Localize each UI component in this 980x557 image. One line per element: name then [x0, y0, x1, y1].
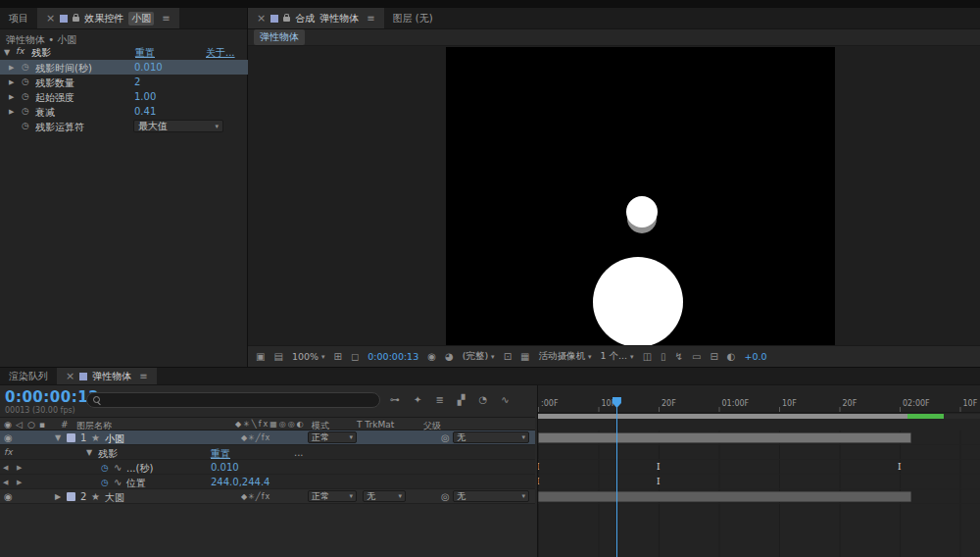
track-row-0[interactable]: [538, 430, 980, 445]
column-switches-icons[interactable]: ◆✳╲fx▦◎◎◐: [235, 420, 306, 429]
video-column-icon[interactable]: ◉: [4, 420, 12, 430]
keyframe-marker[interactable]: I: [537, 462, 540, 472]
property-value[interactable]: 0.010: [134, 62, 163, 73]
exposure-value[interactable]: +0.0: [745, 351, 767, 362]
parent-pickwhip-icon[interactable]: ◎: [441, 491, 450, 502]
work-area-bar[interactable]: [538, 414, 907, 419]
exposure-gear-icon[interactable]: ◐: [727, 351, 736, 362]
parent-select[interactable]: 无 ▾: [453, 490, 529, 502]
label-color-chip[interactable]: [67, 433, 75, 442]
comp-mini-flowchart-icon[interactable]: ⊶: [390, 394, 400, 405]
preview-timecode[interactable]: 0:00:00:13: [368, 351, 418, 362]
track-row-1[interactable]: [538, 445, 980, 460]
layer-row-2[interactable]: ◉ ▶ 2 ★ 大圆 ◆✳╱fx 正常 ▾ 无 ▾ ◎ 无 ▾: [0, 489, 535, 504]
magnification-select[interactable]: 100% ▾: [292, 351, 325, 362]
motion-blur-icon[interactable]: ◔: [478, 394, 487, 405]
panel-menu-icon[interactable]: ≡: [162, 13, 170, 24]
reset-button[interactable]: 重置: [211, 447, 230, 461]
camera-view-select[interactable]: 活动摄像机 ▾: [538, 350, 591, 363]
stopwatch-icon[interactable]: ◷: [22, 121, 29, 130]
keyframe-marker[interactable]: I: [657, 477, 661, 486]
layer-row-1[interactable]: ◉ ▼ 1 ★ 小圆 ◆✳╱fx 正常 ▾ ◎ 无 ▾: [0, 430, 535, 445]
layer-switches[interactable]: ◆✳╱fx: [241, 433, 270, 442]
blend-mode-select[interactable]: 正常 ▾: [308, 490, 357, 502]
about-button[interactable]: 关于...: [206, 46, 235, 60]
expand-icon[interactable]: ▶: [9, 93, 14, 101]
transparency-grid-icon[interactable]: ▦: [520, 351, 529, 362]
next-keyframe-icon[interactable]: ▶: [17, 479, 22, 486]
property-value[interactable]: 2: [134, 76, 140, 87]
comp-navigator-chip[interactable]: 弹性物体: [254, 29, 305, 45]
effect-property-row[interactable]: ▶ ◷ 起始强度 1.00: [0, 89, 248, 104]
lock-column-icon[interactable]: ▪: [39, 420, 45, 430]
composition-viewer[interactable]: [248, 46, 980, 345]
tab-effect-controls[interactable]: × 效果控件 小圆 ≡: [37, 8, 179, 28]
effect-property-row[interactable]: ▶ ◷ 残影数量 2: [0, 75, 248, 89]
timeline-button-icon[interactable]: ▭: [692, 351, 701, 362]
layer-name[interactable]: 小圆: [105, 432, 124, 446]
next-keyframe-icon[interactable]: ▶: [17, 464, 22, 472]
property-value[interactable]: 244.0,244.4: [211, 477, 270, 487]
fx-icon[interactable]: fx: [16, 46, 24, 56]
tab-layer[interactable]: 图层 (无): [384, 8, 442, 28]
stopwatch-icon[interactable]: ◷: [22, 106, 29, 116]
shy-layers-icon[interactable]: ≣: [435, 394, 443, 405]
expand-icon[interactable]: ▶: [55, 492, 61, 501]
view-layout-select[interactable]: 1 个... ▾: [600, 350, 633, 363]
stopwatch-icon[interactable]: ◷: [22, 62, 29, 72]
expand-icon[interactable]: ▼: [55, 433, 61, 442]
keyframe-marker[interactable]: I: [657, 462, 661, 472]
close-icon[interactable]: ×: [66, 370, 74, 382]
timeline-search[interactable]: [86, 392, 380, 408]
tab-timeline-comp[interactable]: × 弹性物体 ≡: [57, 368, 157, 384]
graph-toggle-icon[interactable]: ∿: [114, 462, 122, 473]
lock-icon[interactable]: [283, 17, 290, 22]
close-icon[interactable]: ×: [46, 12, 55, 25]
layer-switches[interactable]: ◆✳╱fx: [241, 492, 270, 501]
solo-column-icon[interactable]: ○: [27, 420, 35, 430]
tab-composition[interactable]: × 合成 弹性物体 ≡: [248, 8, 384, 28]
layer-visibility-toggle[interactable]: ◉: [4, 432, 13, 443]
reset-button[interactable]: 重置: [135, 46, 155, 60]
resolution-select[interactable]: (完整) ▾: [463, 350, 495, 363]
stopwatch-icon[interactable]: ◷: [22, 91, 29, 101]
stopwatch-icon[interactable]: ◷: [101, 463, 109, 473]
roi-icon[interactable]: ⊡: [504, 351, 512, 362]
show-channels-icon[interactable]: ◕: [445, 351, 454, 362]
graph-toggle-icon[interactable]: ∿: [114, 477, 122, 487]
frame-blend-icon[interactable]: ▞: [458, 394, 466, 405]
prev-keyframe-icon[interactable]: ◀: [3, 464, 8, 472]
track-row-4[interactable]: [538, 489, 980, 504]
effect-property-row[interactable]: ▶ ◷ 衰减 0.41: [0, 104, 248, 119]
expand-icon[interactable]: ▶: [9, 108, 14, 116]
audio-column-icon[interactable]: ◁: [16, 420, 23, 430]
layer-duration-bar[interactable]: [538, 491, 911, 502]
panel-menu-icon[interactable]: ≡: [139, 371, 147, 381]
effect-row[interactable]: fx ▼ 残影 重置 ...: [0, 445, 535, 460]
parent-select[interactable]: 无 ▾: [453, 431, 529, 443]
fx-badge[interactable]: fx: [4, 447, 13, 457]
trkmat-select[interactable]: 无 ▾: [363, 490, 406, 502]
mask-visibility-icon[interactable]: ◻: [351, 351, 359, 362]
track-row-2[interactable]: III: [538, 460, 980, 475]
layer-visibility-toggle[interactable]: ◉: [4, 491, 13, 502]
prev-keyframe-icon[interactable]: ◀: [3, 479, 8, 486]
expand-icon[interactable]: ▶: [9, 78, 14, 86]
expand-icon[interactable]: ▼: [86, 448, 92, 457]
effect-name[interactable]: 残影: [31, 46, 51, 60]
keyframe-marker[interactable]: I: [898, 462, 902, 472]
layer-duration-bar[interactable]: [538, 432, 911, 443]
column-trkmat[interactable]: T TrkMat: [357, 420, 394, 430]
lock-icon[interactable]: [73, 17, 79, 22]
effect-property-row[interactable]: ◷ 残影运算符 最大值 ▾: [0, 119, 248, 133]
grid-guides-icon[interactable]: ⊞: [334, 351, 342, 362]
expand-icon[interactable]: ▶: [9, 64, 14, 72]
search-input[interactable]: [106, 395, 373, 406]
tab-project[interactable]: 项目: [0, 8, 37, 28]
split-view-icon[interactable]: ◫: [643, 351, 652, 362]
effect-options[interactable]: ...: [294, 447, 304, 458]
current-time-indicator[interactable]: [616, 397, 617, 557]
collapse-icon[interactable]: ▼: [4, 48, 10, 57]
effect-name[interactable]: 残影: [98, 447, 118, 461]
stopwatch-icon[interactable]: ◷: [22, 76, 29, 86]
